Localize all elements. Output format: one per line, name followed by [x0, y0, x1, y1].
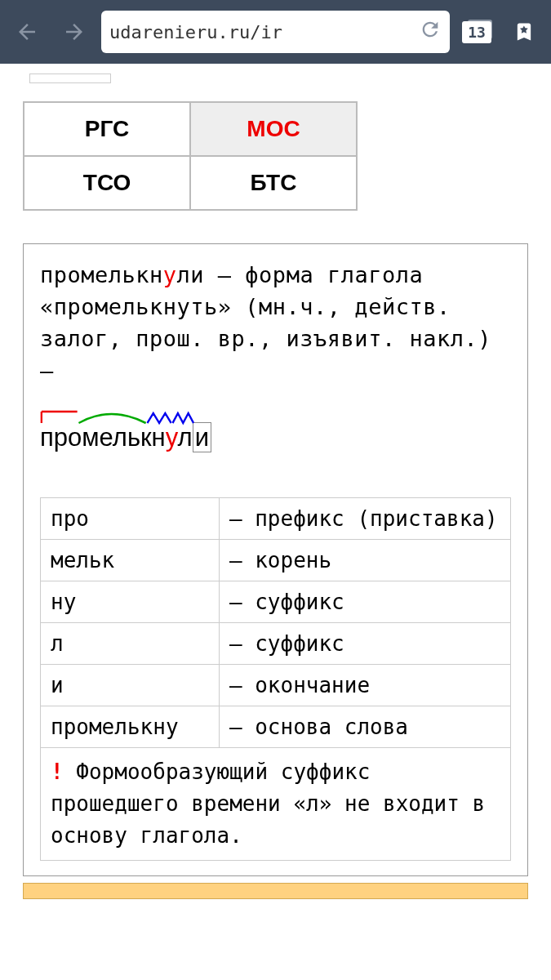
table-row: ну— суффикс — [41, 581, 511, 622]
morpheme-marks-icon — [40, 410, 211, 426]
morph-ending: и — [193, 422, 211, 452]
tab-count: 13 — [462, 21, 491, 43]
morpheme-table: про— префикс (приставка)мельк— кореньну—… — [40, 497, 511, 861]
morph-stress: у — [166, 423, 178, 452]
morpheme-desc: — окончание — [219, 664, 510, 706]
note-cell: ! Формообразующий суффикс прошедшего вре… — [41, 747, 511, 860]
next-section-fragment — [23, 883, 528, 899]
table-row: промелькну— основа слова — [41, 706, 511, 747]
morpheme-word: промелькнули — [40, 410, 211, 452]
dictionary-tabs: РГС МОС ТСО БТС — [23, 101, 358, 211]
bookmark-icon[interactable] — [504, 11, 544, 52]
tab-bts[interactable]: БТС — [190, 156, 357, 210]
morpheme-desc: — префикс (приставка) — [219, 497, 510, 539]
morpheme-part: ну — [41, 581, 220, 622]
tab-mos[interactable]: МОС — [190, 102, 357, 156]
browser-toolbar: udarenieru.ru/ir 13 — [0, 0, 551, 64]
page-content: РГС МОС ТСО БТС промелькнули — форма гла… — [0, 64, 551, 909]
desc-word-stress: у — [163, 262, 177, 287]
back-button[interactable] — [7, 11, 47, 52]
morpheme-desc: — суффикс — [219, 622, 510, 664]
table-row: мельк— корень — [41, 539, 511, 581]
note-text: Формообразующий суффикс прошедшего време… — [51, 760, 485, 848]
tab-tso[interactable]: ТСО — [24, 156, 190, 210]
morpheme-desc: — суффикс — [219, 581, 510, 622]
desc-word-post: ли — [177, 262, 205, 287]
forward-button[interactable] — [54, 11, 95, 52]
prev-box-fragment — [29, 74, 111, 83]
morpheme-desc: — основа слова — [219, 706, 510, 747]
table-row: л— суффикс — [41, 622, 511, 664]
desc-word-pre: промелькн — [40, 262, 163, 287]
note-bang: ! — [51, 760, 64, 784]
morpheme-part: л — [41, 622, 220, 664]
url-bar[interactable]: udarenieru.ru/ir — [101, 11, 450, 53]
morpheme-part: и — [41, 664, 220, 706]
word-description: промелькнули — форма глагола «промелькну… — [40, 259, 511, 387]
tabs-button[interactable]: 13 — [456, 11, 497, 52]
morpheme-tbody: про— префикс (приставка)мельк— кореньну—… — [41, 497, 511, 747]
table-row: и— окончание — [41, 664, 511, 706]
url-text: udarenieru.ru/ir — [109, 22, 412, 42]
reload-icon[interactable] — [419, 18, 442, 46]
morpheme-part: промелькну — [41, 706, 220, 747]
morpheme-desc: — корень — [219, 539, 510, 581]
table-row: про— префикс (приставка) — [41, 497, 511, 539]
morph-p1: промелькн — [40, 423, 166, 452]
tab-rgs[interactable]: РГС — [24, 102, 190, 156]
morpheme-part: мельк — [41, 539, 220, 581]
morpheme-part: про — [41, 497, 220, 539]
morph-p2: л — [178, 423, 193, 452]
entry-box: промелькнули — форма глагола «промелькну… — [23, 243, 528, 876]
